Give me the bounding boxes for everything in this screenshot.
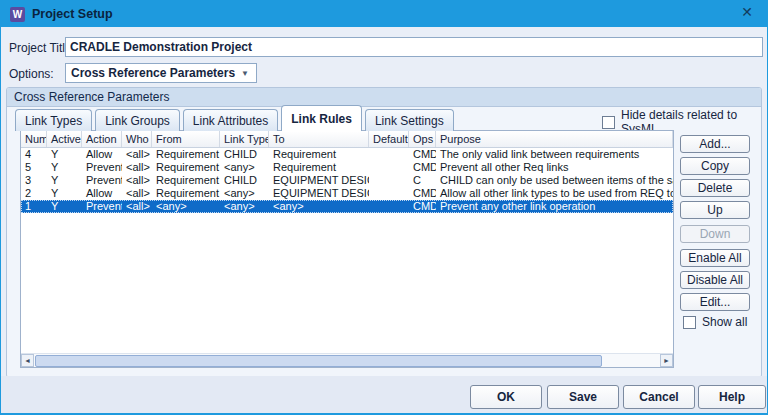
disable-all-button[interactable]: Disable All <box>680 271 750 289</box>
table-row[interactable]: 2 Y Allow <all> Requirement <any> EQUIPM… <box>21 187 673 200</box>
titlebar: W Project Setup ✕ <box>1 1 767 27</box>
options-dropdown[interactable]: Cross Reference Parameters ▼ <box>65 63 257 83</box>
down-button: Down <box>680 225 750 243</box>
scroll-right-icon[interactable]: ► <box>660 354 673 367</box>
cell-action: Prevent <box>82 161 122 174</box>
cell-to: Requirement <box>269 161 369 174</box>
options-dropdown-value: Cross Reference Parameters <box>66 66 241 80</box>
cell-ops: CMD <box>409 161 436 174</box>
table-row[interactable]: 4 Y Allow <all> Requirement CHILD Requir… <box>21 148 673 161</box>
tab-link-types[interactable]: Link Types <box>15 109 92 131</box>
cell-link-type: <any> <box>220 187 269 200</box>
col-to[interactable]: To <box>269 131 369 147</box>
cell-who: <all> <box>122 174 152 187</box>
cell-purpose: CHILD can only be used between items of … <box>436 174 673 187</box>
help-button[interactable]: Help <box>698 385 766 409</box>
cell-ops: CMD <box>409 187 436 200</box>
cell-num: 5 <box>21 161 47 174</box>
ok-button[interactable]: OK <box>470 385 542 409</box>
cell-purpose: Prevent all other Req links <box>436 161 673 174</box>
cell-to: <any> <box>269 200 369 213</box>
col-link-type[interactable]: Link Type <box>220 131 269 147</box>
add-button[interactable]: Add... <box>680 135 750 153</box>
col-ops[interactable]: Ops <box>409 131 436 147</box>
cell-ops: CMD <box>409 200 436 213</box>
cell-action: Allow <box>82 148 122 161</box>
copy-button[interactable]: Copy <box>680 157 750 175</box>
cell-who: <all> <box>122 200 152 213</box>
cell-link-type: CHILD <box>220 148 269 161</box>
cell-num: 1 <box>21 200 47 213</box>
window-title: Project Setup <box>32 7 113 21</box>
col-num[interactable]: Num <box>21 131 47 147</box>
options-label: Options: <box>9 67 54 81</box>
cell-purpose: Prevent any other link operation <box>436 200 673 213</box>
cell-action: Prevent <box>82 174 122 187</box>
cell-ops: C <box>409 174 436 187</box>
cell-num: 4 <box>21 148 47 161</box>
delete-button[interactable]: Delete <box>680 179 750 197</box>
cell-link-type: <any> <box>220 161 269 174</box>
group-title: Cross Reference Parameters <box>7 90 169 104</box>
cell-from: Requirement <box>152 148 220 161</box>
tab-link-settings[interactable]: Link Settings <box>365 109 454 131</box>
cell-link-type: <any> <box>220 200 269 213</box>
horizontal-scrollbar[interactable]: ◄ ► <box>21 353 673 367</box>
cell-action: Prevent <box>82 200 122 213</box>
cell-purpose: The only valid link between requirements <box>436 148 673 161</box>
cell-from: Requirement <box>152 187 220 200</box>
cell-num: 3 <box>21 174 47 187</box>
cell-who: <all> <box>122 148 152 161</box>
link-rules-table: Num Active Action Who From Link Type To … <box>20 130 674 368</box>
cell-default <box>369 200 409 213</box>
table-header-row: Num Active Action Who From Link Type To … <box>21 131 673 148</box>
project-setup-dialog: W Project Setup ✕ Project Title: Options… <box>0 0 768 415</box>
cell-active: Y <box>47 187 82 200</box>
col-active[interactable]: Active <box>47 131 82 147</box>
cell-default <box>369 174 409 187</box>
close-icon[interactable]: ✕ <box>741 4 753 20</box>
tab-link-groups[interactable]: Link Groups <box>95 109 180 131</box>
cancel-button[interactable]: Cancel <box>623 385 695 409</box>
cell-default <box>369 161 409 174</box>
show-all-checkbox[interactable]: Show all <box>683 315 747 329</box>
cell-from: Requirement <box>152 174 220 187</box>
cell-from: <any> <box>152 200 220 213</box>
cell-purpose: Allow all other link types to be used fr… <box>436 187 673 200</box>
col-action[interactable]: Action <box>82 131 122 147</box>
cell-from: Requirement <box>152 161 220 174</box>
cell-action: Allow <box>82 187 122 200</box>
enable-all-button[interactable]: Enable All <box>680 249 750 267</box>
cell-ops: CMD <box>409 148 436 161</box>
chevron-down-icon: ▼ <box>241 69 256 78</box>
col-who[interactable]: Who <box>122 131 152 147</box>
cell-active: Y <box>47 200 82 213</box>
cell-default <box>369 187 409 200</box>
checkbox-icon[interactable] <box>602 116 615 129</box>
table-row[interactable]: 5 Y Prevent <all> Requirement <any> Requ… <box>21 161 673 174</box>
scroll-left-icon[interactable]: ◄ <box>21 354 34 367</box>
up-button[interactable]: Up <box>680 201 750 219</box>
table-row[interactable]: 3 Y Prevent <all> Requirement CHILD EQUI… <box>21 174 673 187</box>
col-from[interactable]: From <box>152 131 220 147</box>
scrollbar-thumb[interactable] <box>35 355 602 367</box>
cell-who: <all> <box>122 187 152 200</box>
cell-link-type: CHILD <box>220 174 269 187</box>
edit-button[interactable]: Edit... <box>680 293 750 311</box>
tab-link-rules[interactable]: Link Rules <box>281 105 362 131</box>
project-title-input[interactable] <box>65 37 763 57</box>
table-row-selected[interactable]: 1 Y Prevent <all> <any> <any> <any> CMD … <box>21 200 673 213</box>
col-purpose[interactable]: Purpose <box>436 131 673 147</box>
save-button[interactable]: Save <box>547 385 619 409</box>
cell-who: <all> <box>122 161 152 174</box>
cell-num: 2 <box>21 187 47 200</box>
cell-to: EQUIPMENT DESIGN <box>269 187 369 200</box>
tab-bar: Link Types Link Groups Link Attributes L… <box>15 105 454 131</box>
checkbox-icon[interactable] <box>683 316 696 329</box>
cell-active: Y <box>47 148 82 161</box>
app-icon: W <box>10 7 25 22</box>
col-default[interactable]: Default <box>369 131 409 147</box>
cell-active: Y <box>47 161 82 174</box>
show-all-label: Show all <box>702 315 747 329</box>
tab-link-attributes[interactable]: Link Attributes <box>183 109 278 131</box>
